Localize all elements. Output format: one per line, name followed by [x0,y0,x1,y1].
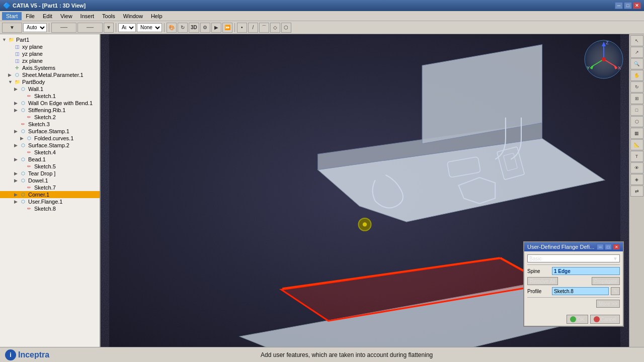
tree-item-xy_plane[interactable]: ◫xy plane [0,43,100,50]
remove-propagate-row: Remove All Propagate [527,277,620,285]
dialog-divider1 [527,264,620,265]
profile-edit-btn[interactable]: ✎ [611,287,620,295]
threed-btn[interactable]: 3D [189,23,199,33]
tree-item-yz_plane[interactable]: ◫yz plane [0,50,100,57]
tree-icon-bead1: ⬡ [19,156,27,162]
tree-item-sketch3[interactable]: ✏Sketch.3 [0,121,100,128]
tree-item-folded_curves1[interactable]: ▶⬡Folded.curves.1 [0,135,100,142]
tree-item-tear_drop1[interactable]: ▶⬡Tear Drop ] [0,170,100,177]
auto-select[interactable]: Auto [23,23,47,32]
menu-start[interactable]: Start [2,12,22,20]
tree-label-sheet_metal: Sheet.Metal.Parameter.1 [22,72,84,78]
tool-measure[interactable]: 📐 [630,139,643,150]
feature-tree: ▼📁Part1◫xy plane◫yz plane◫zx plane✛Axis.… [0,34,101,347]
dialog-title-controls[interactable]: ─ □ ✕ [597,244,620,250]
close-button[interactable]: ✕ [633,2,641,9]
propagate-button[interactable]: Propagate [592,277,620,285]
tool-section[interactable]: ▦ [630,128,643,139]
line-dropdown[interactable]: ▼ [104,23,114,33]
line-style-btn[interactable]: ── [51,23,76,33]
menu-edit[interactable]: Edit [39,12,56,20]
none-select[interactable]: None [137,23,162,32]
spine-field[interactable]: 1 Edge [552,267,620,275]
remove-all-button[interactable]: Remove All [527,277,558,285]
tool-swap[interactable]: ⇄ [630,186,643,197]
tree-item-surface_stamp2[interactable]: ▶⬡Surface.Stamp.2 [0,142,100,149]
more-button[interactable]: More >> [596,300,620,308]
logo-icon: i [5,349,16,360]
tool-zoom[interactable]: 🔍 [630,58,643,69]
tree-label-stiffening_rib1: Stiffening.Rib.1 [28,107,65,113]
dot-btn[interactable]: • [237,23,247,33]
menu-tools[interactable]: Tools [98,12,119,20]
tree-icon-sketch1: ✏ [25,93,33,99]
material-btn[interactable]: 🎨 [167,23,177,33]
tree-item-sheet_metal[interactable]: ▶⬡Sheet.Metal.Parameter.1 [0,71,100,78]
tree-item-sketch1[interactable]: ✏Sketch.1 [0,93,100,100]
tool-view1[interactable]: □ [630,105,643,116]
tree-icon-axis_systems: ✛ [13,65,21,71]
dialog-title-bar[interactable]: User-Defined Flange Defi... ─ □ ✕ [524,242,623,251]
tree-label-surface_stamp2: Surface.Stamp.2 [28,142,69,148]
menu-insert[interactable]: Insert [76,12,99,20]
play-btn[interactable]: ▶ [211,23,221,33]
tree-item-user_flange1[interactable]: ▶⬡User.Flange.1 [0,198,100,205]
dialog-minimize-btn[interactable]: ─ [597,244,604,250]
tree-item-axis_systems[interactable]: ✛Axis.Systems [0,64,100,71]
tool-select[interactable]: ↗ [630,47,643,58]
fast-forward-btn[interactable]: ⏩ [222,23,232,33]
tree-item-bead1[interactable]: ▶⬡Bead.1 [0,156,100,163]
tree-item-part1[interactable]: ▼📁Part1 [0,36,100,43]
profile-field[interactable]: Sketch.8 [552,287,609,295]
menu-view[interactable]: View [56,12,76,20]
tree-item-stiffening_rib1[interactable]: ▶⬡Stiffening.Rib.1 [0,107,100,114]
tool-rotate[interactable]: ↻ [630,81,643,93]
basic-dropdown[interactable]: Basic ▼ [527,254,620,262]
tool-view2[interactable]: ⬡ [630,116,643,127]
tool-pan[interactable]: ✋ [630,70,643,81]
tree-label-tear_drop1: Tear Drop ] [28,170,55,176]
surface-btn[interactable]: ◇ [270,23,280,33]
tree-item-sketch2[interactable]: ✏Sketch.2 [0,114,100,121]
tree-item-corner1[interactable]: ▶⬡Corner.1 [0,191,100,198]
3d-viewport[interactable]: Z X Y User-Defined Flange Defi... ─ □ [101,34,629,347]
dialog-maximize-btn[interactable]: □ [605,244,612,250]
tool-pointer[interactable]: ↖ [630,35,643,46]
menu-help[interactable]: Help [147,12,167,20]
inceptra-logo: i Inceptra [5,349,49,360]
tree-item-partbody[interactable]: ▼📁PartBody [0,78,100,85]
tool-isolate[interactable]: ◈ [630,174,643,185]
svg-text:Y: Y [587,65,590,70]
ok-button[interactable]: OK [567,315,588,324]
menu-window[interactable]: Window [119,12,147,20]
tool-fit[interactable]: ⊞ [630,93,643,104]
tree-item-sketch5[interactable]: ✏Sketch.5 [0,163,100,170]
tree-item-zx_plane[interactable]: ◫zx plane [0,57,100,64]
title-controls[interactable]: ─ □ ✕ [615,2,641,9]
tree-item-wall1[interactable]: ▶⬡Wall.1 [0,85,100,93]
curve-btn[interactable]: ⌒ [259,23,269,33]
aut-select[interactable]: Aut [118,23,136,32]
line-btn[interactable]: / [248,23,258,33]
minimize-button[interactable]: ─ [615,2,623,9]
settings-btn[interactable]: ⚙ [200,23,210,33]
dialog-close-btn[interactable]: ✕ [613,244,620,250]
app-icon: 🔷 [3,2,11,9]
maximize-button[interactable]: □ [624,2,632,9]
tree-item-sketch4[interactable]: ✏Sketch.4 [0,149,100,156]
tree-icon-corner1: ⬡ [19,192,27,198]
tree-item-sketch7[interactable]: ✏Sketch.7 [0,184,100,191]
tree-item-wall_on_edge[interactable]: ▶⬡Wall On Edge with Bend.1 [0,100,100,107]
tree-item-surface_stamp1[interactable]: ▶⬡Surface.Stamp.1 [0,128,100,135]
line-weight-btn[interactable]: ── [77,23,103,33]
solid-btn[interactable]: ⬡ [281,23,291,33]
tree-item-dowel1[interactable]: ▶⬡Dowel.1 [0,177,100,184]
cancel-button[interactable]: Cancel [590,315,620,324]
rotate-btn[interactable]: ↻ [178,23,188,33]
toolbar-dropdown1[interactable]: ▼ [2,23,22,33]
menu-file[interactable]: File [22,12,39,20]
tree-icon-xy_plane: ◫ [13,44,21,50]
tool-hide-show[interactable]: 👁 [630,162,643,173]
tool-annotation[interactable]: T [630,151,643,162]
tree-item-sketch8_partial[interactable]: ✏Sketch.8 [0,205,100,212]
